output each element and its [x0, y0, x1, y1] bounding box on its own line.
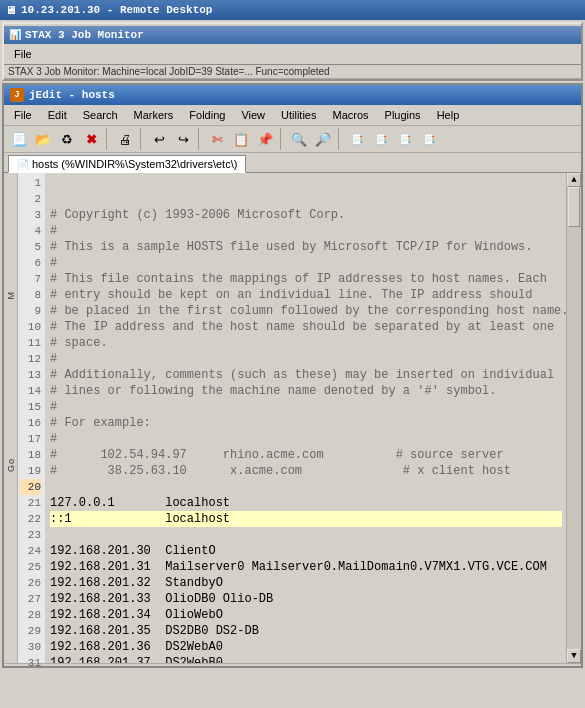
- code-line-4: #: [50, 255, 562, 271]
- toolbar-open[interactable]: 📂: [32, 128, 54, 150]
- toolbar-findnext[interactable]: 🔎: [312, 128, 334, 150]
- scroll-down-btn[interactable]: ▼: [567, 649, 581, 663]
- line-number-4: 4: [20, 223, 41, 239]
- code-line-16: # 102.54.94.97 rhino.acme.com # source s…: [50, 447, 562, 463]
- menu-help[interactable]: Help: [431, 107, 466, 123]
- toolbar-print[interactable]: 🖨: [114, 128, 136, 150]
- line-number-31: 31: [20, 655, 41, 671]
- code-line-2: #: [50, 223, 562, 239]
- file-tab-hosts[interactable]: 📄 hosts (%WINDIR%\System32\drivers\etc\): [8, 155, 246, 173]
- code-line-27: 192.168.201.35 DS2DB0 DS2-DB: [50, 623, 562, 639]
- line-numbers: 1234567891011121314151617181920212223242…: [18, 173, 46, 663]
- stax-title-bar: 📊 STAX 3 Job Monitor: [4, 26, 581, 44]
- line-number-2: 2: [20, 191, 41, 207]
- stax-menu-bar: File: [4, 44, 581, 65]
- menu-markers[interactable]: Markers: [128, 107, 180, 123]
- code-line-28: 192.168.201.36 DS2WebA0: [50, 639, 562, 655]
- toolbar-copy[interactable]: 📋: [230, 128, 252, 150]
- breadcrumb-text: STAX 3 Job Monitor: Machine=local JobID=…: [8, 66, 330, 77]
- code-line-7: # be placed in the first column followed…: [50, 303, 562, 319]
- code-line-21: [50, 527, 562, 543]
- menu-file[interactable]: File: [8, 107, 38, 123]
- code-line-17: # 38.25.63.10 x.acme.com # x client host: [50, 463, 562, 479]
- toolbar-find[interactable]: 🔍: [288, 128, 310, 150]
- code-line-1: # Copyright (c) 1993-2006 Microsoft Corp…: [50, 207, 562, 223]
- code-line-19: 127.0.0.1 localhost: [50, 495, 562, 511]
- code-line-9: # space.: [50, 335, 562, 351]
- scroll-thumb[interactable]: [568, 187, 580, 227]
- editor-area: M Go 12345678910111213141516171819202122…: [4, 173, 581, 663]
- tab-bar: 📄 hosts (%WINDIR%\System32\drivers\etc\): [4, 153, 581, 173]
- menu-edit[interactable]: Edit: [42, 107, 73, 123]
- toolbar-buf1[interactable]: 📑: [346, 128, 368, 150]
- line-number-17: 17: [20, 431, 41, 447]
- toolbar-cut[interactable]: ✄: [206, 128, 228, 150]
- jedit-window: J jEdit - hosts File Edit Search Markers…: [2, 83, 583, 668]
- code-line-14: # For example:: [50, 415, 562, 431]
- menu-search[interactable]: Search: [77, 107, 124, 123]
- toolbar-paste[interactable]: 📌: [254, 128, 276, 150]
- menu-plugins[interactable]: Plugins: [379, 107, 427, 123]
- jedit-menu-bar: File Edit Search Markers Folding View Ut…: [4, 105, 581, 126]
- toolbar-reload[interactable]: ♻: [56, 128, 78, 150]
- code-line-6: # entry should be kept on an individual …: [50, 287, 562, 303]
- title-bar: 🖥 10.23.201.30 - Remote Desktop: [0, 0, 585, 20]
- code-line-5: # This file contains the mappings of IP …: [50, 271, 562, 287]
- breadcrumb: STAX 3 Job Monitor: Machine=local JobID=…: [4, 65, 581, 79]
- menu-utilities[interactable]: Utilities: [275, 107, 322, 123]
- toolbar-buf3[interactable]: 📑: [394, 128, 416, 150]
- toolbar: 📃 📂 ♻ ✖ 🖨 ↩ ↪ ✄ 📋 📌 🔍 🔎 📑 📑 📑 📑: [4, 126, 581, 153]
- menu-view[interactable]: View: [235, 107, 271, 123]
- toolbar-undo[interactable]: ↩: [148, 128, 170, 150]
- code-line-8: # The IP address and the host name shoul…: [50, 319, 562, 335]
- line-number-25: 25: [20, 559, 41, 575]
- code-line-11: # Additionally, comments (such as these)…: [50, 367, 562, 383]
- stax-menu-file[interactable]: File: [8, 46, 38, 62]
- toolbar-buf4[interactable]: 📑: [418, 128, 440, 150]
- toolbar-buf2[interactable]: 📑: [370, 128, 392, 150]
- gutter-m-label: M: [6, 291, 16, 300]
- toolbar-new[interactable]: 📃: [8, 128, 30, 150]
- line-number-13: 13: [20, 367, 41, 383]
- scroll-up-btn[interactable]: ▲: [567, 173, 581, 187]
- line-number-9: 9: [20, 303, 41, 319]
- line-number-30: 30: [20, 639, 41, 655]
- menu-macros[interactable]: Macros: [326, 107, 374, 123]
- code-line-22: 192.168.201.30 ClientO: [50, 543, 562, 559]
- code-line-23: 192.168.201.31 Mailserver0 Mailserver0.M…: [50, 559, 562, 575]
- line-number-14: 14: [20, 383, 41, 399]
- line-number-28: 28: [20, 607, 41, 623]
- toolbar-sep-3: [198, 128, 202, 150]
- line-number-3: 3: [20, 207, 41, 223]
- toolbar-sep-5: [338, 128, 342, 150]
- code-line-3: # This is a sample HOSTS file used by Mi…: [50, 239, 562, 255]
- toolbar-sep-2: [140, 128, 144, 150]
- gutter-go-label: Go: [6, 458, 16, 472]
- menu-folding[interactable]: Folding: [183, 107, 231, 123]
- toolbar-close[interactable]: ✖: [80, 128, 102, 150]
- line-number-26: 26: [20, 575, 41, 591]
- toolbar-sep-4: [280, 128, 284, 150]
- line-number-10: 10: [20, 319, 41, 335]
- vertical-scrollbar[interactable]: ▲ ▼: [566, 173, 581, 663]
- line-number-27: 27: [20, 591, 41, 607]
- scroll-track[interactable]: [567, 187, 581, 649]
- line-number-6: 6: [20, 255, 41, 271]
- line-number-29: 29: [20, 623, 41, 639]
- code-line-24: 192.168.201.32 StandbyO: [50, 575, 562, 591]
- tab-label: hosts (%WINDIR%\System32\drivers\etc\): [32, 158, 237, 170]
- line-number-11: 11: [20, 335, 41, 351]
- code-line-29: 192.168.201.37 DS2WebB0: [50, 655, 562, 663]
- code-line-18: [50, 479, 562, 495]
- code-line-26: 192.168.201.34 OlioWebO: [50, 607, 562, 623]
- line-number-12: 12: [20, 351, 41, 367]
- line-number-22: 22: [20, 511, 41, 527]
- line-number-24: 24: [20, 543, 41, 559]
- code-line-13: #: [50, 399, 562, 415]
- toolbar-sep-1: [106, 128, 110, 150]
- title-bar-text: 10.23.201.30 - Remote Desktop: [21, 4, 212, 16]
- line-number-18: 18: [20, 447, 41, 463]
- toolbar-redo[interactable]: ↪: [172, 128, 194, 150]
- code-content[interactable]: # Copyright (c) 1993-2006 Microsoft Corp…: [46, 173, 566, 663]
- tab-icon: 📄: [17, 159, 29, 170]
